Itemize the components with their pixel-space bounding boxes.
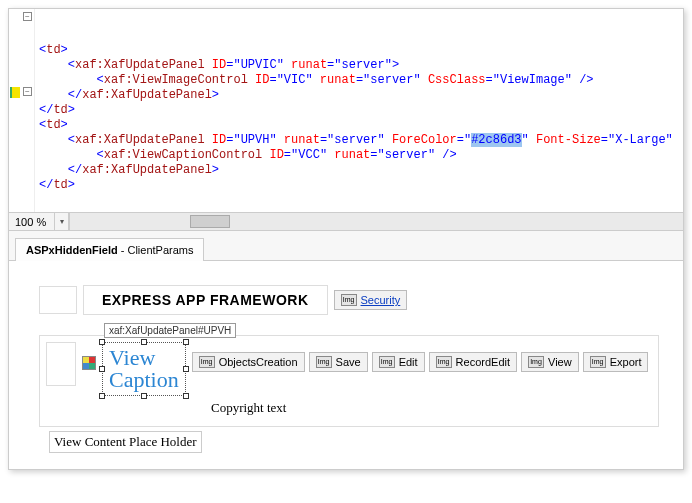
fold-icon[interactable]: − bbox=[23, 12, 32, 21]
code-token: </ bbox=[68, 163, 82, 177]
image-icon: Img bbox=[199, 356, 215, 368]
control-tag-chip[interactable]: xaf:XafUpdatePanel#UPVH bbox=[104, 323, 236, 338]
header-row: EXPRESS APP FRAMEWORK Img Security bbox=[39, 285, 673, 315]
save-button[interactable]: ImgSave bbox=[309, 352, 368, 372]
scrollbar-thumb[interactable] bbox=[190, 215, 230, 228]
code-token: > bbox=[212, 163, 219, 177]
code-token: " bbox=[305, 73, 312, 87]
code-token: ID bbox=[248, 73, 270, 87]
code-token: < bbox=[97, 148, 104, 162]
caption-line: Caption bbox=[109, 369, 179, 391]
tab-strip: ASPxHiddenField - ClientParams bbox=[9, 231, 683, 261]
code-token: < bbox=[68, 133, 75, 147]
code-token: xaf:XafUpdatePanel bbox=[75, 58, 205, 72]
designer-body: EXPRESS APP FRAMEWORK Img Security xaf:X… bbox=[9, 261, 683, 469]
code-token: =" bbox=[320, 133, 334, 147]
recordedit-button[interactable]: ImgRecordEdit bbox=[429, 352, 517, 372]
image-icon: Img bbox=[590, 356, 606, 368]
edit-button[interactable]: ImgEdit bbox=[372, 352, 425, 372]
ide-frame: − − <td> <xaf:XafUpdatePanel ID="UPVIC" … bbox=[8, 8, 684, 470]
code-token: " bbox=[666, 133, 673, 147]
fold-icon[interactable]: − bbox=[23, 87, 32, 96]
code-token: =" bbox=[284, 148, 298, 162]
button-label: RecordEdit bbox=[456, 356, 510, 368]
code-token: " bbox=[277, 58, 284, 72]
code-token: td bbox=[53, 103, 67, 117]
caption-line: View bbox=[109, 347, 179, 369]
code-token: /> bbox=[572, 73, 594, 87]
code-token: " bbox=[565, 73, 572, 87]
view-button[interactable]: ImgView bbox=[521, 352, 579, 372]
zoom-bar: 100 % ▾ bbox=[9, 212, 683, 230]
code-token: xaf:XafUpdatePanel bbox=[75, 133, 205, 147]
code-token: > bbox=[68, 103, 75, 117]
code-token: </ bbox=[39, 178, 53, 192]
toolbar: ImgObjectsCreation ImgSave ImgEdit ImgRe… bbox=[192, 352, 649, 372]
code-token: server bbox=[370, 73, 413, 87]
code-token: ID bbox=[205, 133, 227, 147]
resize-handle[interactable] bbox=[183, 366, 189, 372]
code-token: Font-Size bbox=[529, 133, 601, 147]
code-token: </ bbox=[39, 103, 53, 117]
code-token: td bbox=[46, 118, 60, 132]
code-token: " bbox=[378, 133, 385, 147]
code-token: =" bbox=[486, 73, 500, 87]
change-marker-icon bbox=[10, 87, 20, 98]
copyright-text: Copyright text bbox=[211, 400, 652, 416]
code-token: > bbox=[212, 88, 219, 102]
code-token: ForeColor bbox=[385, 133, 457, 147]
code-editor[interactable]: − − <td> <xaf:XafUpdatePanel ID="UPVIC" … bbox=[9, 9, 683, 212]
code-token: < bbox=[68, 58, 75, 72]
code-token: > bbox=[392, 58, 399, 72]
code-token: server bbox=[342, 58, 385, 72]
code-token: =" bbox=[327, 58, 341, 72]
horizontal-scrollbar[interactable] bbox=[69, 213, 683, 230]
resize-handle[interactable] bbox=[99, 393, 105, 399]
code-token: > bbox=[61, 118, 68, 132]
code-token: > bbox=[61, 43, 68, 57]
designer-area: ASPxHiddenField - ClientParams EXPRESS A… bbox=[9, 230, 683, 469]
security-link[interactable]: Security bbox=[361, 294, 401, 306]
image-icon: Img bbox=[316, 356, 332, 368]
code-token: runat bbox=[313, 73, 356, 87]
resize-handle[interactable] bbox=[183, 339, 189, 345]
code-token: ID bbox=[262, 148, 284, 162]
code-selection: #2c86d3 bbox=[471, 133, 521, 147]
tab-label-rest: - ClientParams bbox=[118, 244, 194, 256]
resize-handle[interactable] bbox=[141, 393, 147, 399]
code-token: < bbox=[97, 73, 104, 87]
button-label: Save bbox=[336, 356, 361, 368]
code-token: =" bbox=[356, 73, 370, 87]
placeholder-box bbox=[39, 286, 77, 314]
zoom-value[interactable]: 100 % bbox=[9, 213, 55, 230]
selected-control[interactable]: View Caption bbox=[102, 342, 186, 396]
code-token: =" bbox=[457, 133, 471, 147]
code-token: td bbox=[53, 178, 67, 192]
security-button[interactable]: Img Security bbox=[334, 290, 408, 310]
resize-handle[interactable] bbox=[99, 366, 105, 372]
resize-handle[interactable] bbox=[99, 339, 105, 345]
tab-label-bold: ASPxHiddenField bbox=[26, 244, 118, 256]
code-token: runat bbox=[327, 148, 370, 162]
code-token: " bbox=[385, 58, 392, 72]
code-token: =" bbox=[601, 133, 615, 147]
code-token: " bbox=[269, 133, 276, 147]
designer-panel: xaf:XafUpdatePanel#UPVH View Caption bbox=[39, 335, 659, 427]
image-placeholder-icon bbox=[82, 356, 96, 370]
resize-handle[interactable] bbox=[141, 339, 147, 345]
code-token: UPVIC bbox=[241, 58, 277, 72]
button-label: View bbox=[548, 356, 572, 368]
zoom-dropdown-icon[interactable]: ▾ bbox=[55, 213, 69, 230]
code-token: VIC bbox=[284, 73, 306, 87]
resize-handle[interactable] bbox=[183, 393, 189, 399]
export-button[interactable]: ImgExport bbox=[583, 352, 649, 372]
image-icon: Img bbox=[379, 356, 395, 368]
code-token: ViewImage bbox=[500, 73, 565, 87]
code-token: > bbox=[68, 178, 75, 192]
code-token: =" bbox=[226, 58, 240, 72]
code-token: runat bbox=[277, 133, 320, 147]
tab-hiddenfield[interactable]: ASPxHiddenField - ClientParams bbox=[15, 238, 204, 261]
app-title: EXPRESS APP FRAMEWORK bbox=[83, 285, 328, 315]
objectscreation-button[interactable]: ImgObjectsCreation bbox=[192, 352, 305, 372]
code-token: xaf:ViewCaptionControl bbox=[104, 148, 262, 162]
